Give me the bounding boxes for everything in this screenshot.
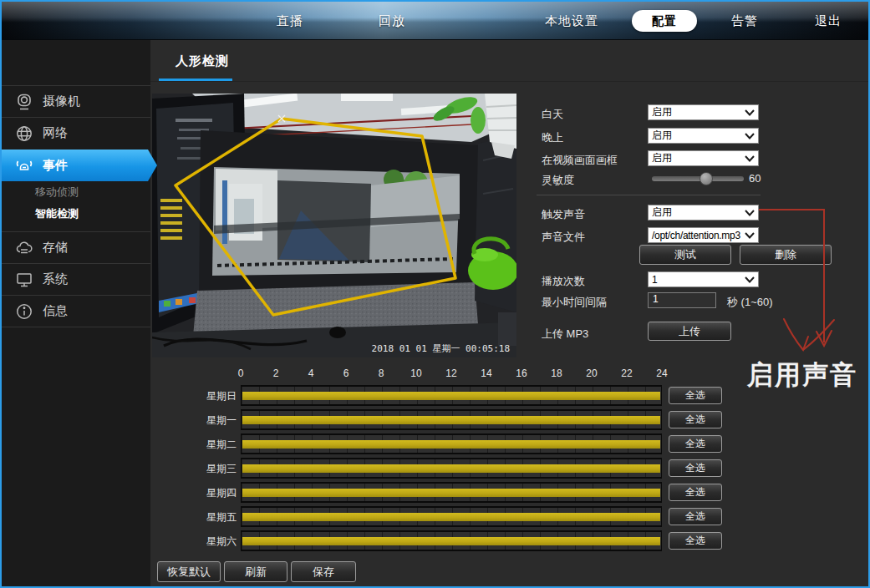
sidebar-item-label: 事件: [43, 158, 68, 174]
system-icon: [15, 271, 33, 289]
chevron-down-icon: [745, 153, 755, 165]
test-button[interactable]: 测试: [639, 245, 731, 265]
sidebar-item-storage[interactable]: 存储: [2, 231, 150, 263]
min-interval-unit: 秒 (1~60): [727, 295, 773, 310]
schedule-bar: [242, 513, 660, 521]
day-select[interactable]: 启用: [648, 104, 759, 120]
tab-human-detection[interactable]: 人形检测: [176, 53, 229, 69]
sidebar-item-event[interactable]: 事件: [2, 150, 157, 181]
schedule-track[interactable]: [241, 506, 662, 527]
day-label: 星期三: [150, 462, 237, 476]
sensitivity-value: 60: [749, 172, 761, 185]
hour-tick: 12: [445, 368, 456, 379]
day-label: 星期四: [150, 486, 237, 500]
schedule-track[interactable]: [241, 458, 662, 479]
upload-button[interactable]: 上传: [648, 322, 731, 341]
sidebar-item-label: 摄像机: [43, 94, 80, 109]
sensitivity-slider[interactable]: [652, 176, 744, 181]
day-select-value: 启用: [652, 105, 672, 119]
sidebar-item-info[interactable]: 信息: [2, 295, 150, 327]
main-content: 人形检测: [150, 40, 868, 586]
refresh-button[interactable]: 刷新: [224, 561, 287, 582]
nav-playback[interactable]: 回放: [379, 13, 405, 29]
schedule-bar: [242, 464, 660, 473]
draw-box-select-value: 启用: [652, 151, 672, 165]
sidebar-item-camera[interactable]: 摄像机: [2, 85, 150, 117]
sound-file-select[interactable]: /opt/ch/attention.mp3: [648, 227, 759, 243]
schedule-row-monday: 星期一 全选: [150, 409, 868, 430]
schedule-track[interactable]: [241, 530, 662, 551]
select-all-button[interactable]: 全选: [669, 508, 722, 525]
sidebar-subitem-smart-detect[interactable]: 智能检测: [2, 203, 150, 225]
draw-box-select[interactable]: 启用: [648, 150, 759, 166]
top-nav: 直播 回放 本地设置 配置 告警 退出: [2, 2, 868, 40]
trigger-sound-select-value: 启用: [652, 205, 672, 220]
sidebar-item-network[interactable]: 网络: [2, 117, 150, 149]
schedule-bar: [242, 537, 660, 545]
chevron-down-icon: [745, 207, 755, 219]
play-count-select[interactable]: 1: [648, 271, 759, 287]
nav-exit[interactable]: 退出: [815, 13, 842, 29]
label-sensitivity: 灵敏度: [542, 173, 574, 188]
day-label: 星期六: [150, 535, 237, 549]
sidebar-item-label: 信息: [43, 303, 68, 319]
min-interval-input[interactable]: 1: [648, 292, 716, 308]
trigger-sound-select[interactable]: 启用: [648, 205, 759, 220]
restore-default-button[interactable]: 恢复默认: [157, 561, 221, 582]
schedule-track[interactable]: [241, 409, 662, 430]
hour-tick: 2: [273, 368, 279, 379]
label-play-count: 播放次数: [542, 274, 585, 289]
storage-icon: [15, 239, 33, 257]
hour-tick: 16: [516, 368, 527, 379]
nav-alarm[interactable]: 告警: [731, 13, 758, 29]
app-window: 直播 回放 本地设置 配置 告警 退出 摄像机 网络: [0, 0, 870, 588]
night-select[interactable]: 启用: [648, 128, 759, 144]
schedule-bar: [242, 416, 660, 424]
hour-tick: 14: [481, 368, 491, 379]
form-divider: [537, 195, 761, 195]
day-label: 星期二: [150, 438, 237, 452]
save-button[interactable]: 保存: [291, 561, 356, 582]
select-all-button[interactable]: 全选: [669, 532, 722, 550]
chevron-down-icon: [745, 230, 755, 241]
hour-tick: 0: [238, 368, 244, 379]
label-upload-mp3: 上传 MP3: [542, 327, 588, 342]
select-all-button[interactable]: 全选: [669, 484, 722, 501]
night-select-value: 启用: [652, 129, 672, 143]
schedule-row-sunday: 星期日 全选: [150, 385, 868, 406]
schedule-row-tuesday: 星期二 全选: [150, 433, 868, 454]
select-all-button[interactable]: 全选: [669, 411, 722, 428]
select-all-button[interactable]: 全选: [669, 435, 722, 453]
tab-bar: 人形检测: [150, 40, 868, 82]
hour-tick: 4: [308, 368, 314, 379]
label-day: 白天: [542, 107, 563, 122]
select-all-button[interactable]: 全选: [669, 459, 722, 477]
nav-local-settings[interactable]: 本地设置: [545, 13, 598, 29]
chevron-down-icon: [745, 130, 755, 142]
label-night: 晚上: [542, 130, 563, 145]
select-all-button[interactable]: 全选: [669, 387, 722, 404]
play-count-select-value: 1: [652, 274, 658, 286]
delete-button[interactable]: 删除: [740, 245, 832, 265]
sidebar-item-label: 存储: [43, 240, 68, 256]
sidebar-item-system[interactable]: 系统: [2, 263, 150, 295]
nav-config-active[interactable]: 配置: [632, 10, 697, 32]
info-icon: [15, 302, 33, 321]
hour-tick: 24: [656, 368, 667, 379]
chevron-down-icon: [745, 274, 755, 286]
video-preview[interactable]: 2018 01 01 星期一 00:05:18: [152, 94, 516, 357]
schedule-track[interactable]: [241, 482, 662, 503]
schedule-track[interactable]: [241, 433, 662, 454]
nav-live[interactable]: 直播: [277, 13, 303, 29]
schedule-row-friday: 星期五 全选: [150, 506, 868, 527]
schedule-track[interactable]: [241, 385, 662, 406]
day-label: 星期五: [150, 510, 237, 525]
hour-tick: 22: [621, 368, 632, 379]
slider-thumb[interactable]: [700, 172, 713, 185]
schedule-bar: [242, 440, 660, 449]
schedule-bar: [242, 489, 660, 497]
schedule-bar: [242, 392, 660, 400]
sidebar-subitem-motion-detect[interactable]: 移动侦测: [2, 181, 150, 203]
day-label: 星期一: [150, 413, 237, 428]
hour-tick: 8: [379, 368, 384, 379]
